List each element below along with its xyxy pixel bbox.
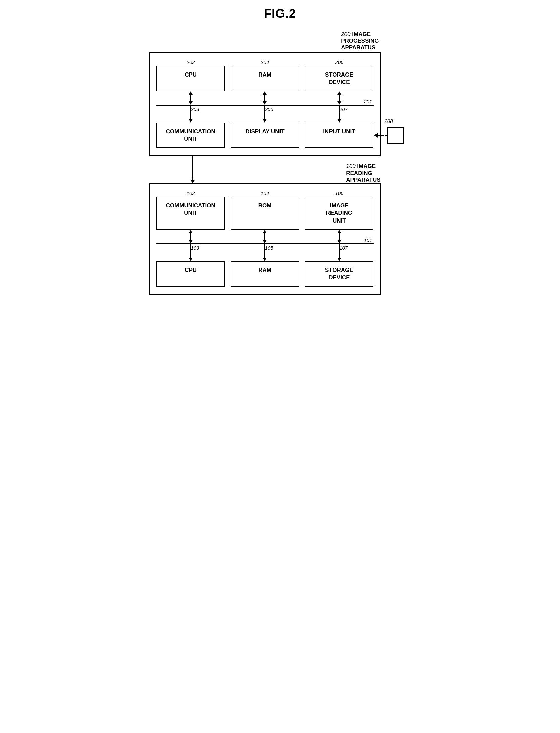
arrow-up-2 xyxy=(337,91,341,95)
ipa-label2: APPARATUS xyxy=(341,44,379,51)
arrow-up-0 xyxy=(189,91,193,95)
ira-ram-unit: RAM xyxy=(231,261,299,287)
ira-label: 100 IMAGE READING APPARATUS xyxy=(346,163,380,183)
ira-arrow-down-2 xyxy=(337,240,341,243)
ipa-label: PROCESSING xyxy=(341,38,379,44)
ira-arrow-down-1 xyxy=(263,240,267,243)
ref-104: 104 xyxy=(231,190,299,196)
fig-title: FIG.2 xyxy=(149,7,411,21)
ref-202: 202 xyxy=(156,59,225,65)
ref-103: 103 xyxy=(191,245,199,251)
page: FIG.2 200 IMAGE PROCESSING APPARATUS 202… xyxy=(149,7,411,295)
arrow-down-d1 xyxy=(263,119,267,123)
ira-arrows-up xyxy=(156,230,374,243)
input-unit: INPUT UNIT xyxy=(305,123,373,148)
ira-arrow-down-d0 xyxy=(189,258,193,261)
ira-top-units: COMMUNICATION UNIT ROM IMAGE READING UNI… xyxy=(156,197,374,230)
arrow-col-0 xyxy=(156,91,225,105)
ira-box: 102 104 106 COMMUNICATION UNIT ROM IMAGE… xyxy=(149,183,381,295)
ira-arrow-col-d1: 105 xyxy=(231,244,299,261)
arrow-down-d0 xyxy=(189,119,193,123)
ira-arrow-up-0 xyxy=(189,230,193,233)
ref-204: 204 xyxy=(231,59,299,65)
ira-arrow-col-0 xyxy=(156,230,225,243)
between-arrow xyxy=(149,156,237,183)
ira-top-refs: 102 104 106 xyxy=(156,190,374,196)
arrow-head-left xyxy=(374,133,378,138)
ref-205: 205 xyxy=(265,106,273,112)
arrow-col-1 xyxy=(231,91,299,105)
ipa-bottom-units: COMMUNICATION UNIT DISPLAY UNIT INPUT UN… xyxy=(156,123,374,148)
ira-arrow-col-d2: 107 xyxy=(305,244,373,261)
ira-bottom-units: CPU RAM STORAGE DEVICE xyxy=(156,261,374,287)
ira-arrow-down-0 xyxy=(189,240,193,243)
ipa-top-units: CPU RAM STORAGE DEVICE xyxy=(156,66,374,91)
arrow-up-1 xyxy=(263,91,267,95)
ipa-arrows-up xyxy=(156,91,374,105)
cpu-unit: CPU xyxy=(156,66,225,91)
arrow-col-2 xyxy=(305,91,373,105)
ira-arrow-up-1 xyxy=(263,230,267,233)
arrow-down-d2 xyxy=(337,119,341,123)
ref-105: 105 xyxy=(265,245,273,251)
ipa-num: 200 IMAGE xyxy=(341,31,379,38)
storage-device-unit: STORAGE DEVICE xyxy=(305,66,373,91)
ref-207: 207 xyxy=(339,106,348,112)
arrow-down-1 xyxy=(263,101,267,105)
ira-arrow-col-d0: 103 xyxy=(156,244,225,261)
arrow-down-0 xyxy=(189,101,193,105)
arrow-down-2 xyxy=(337,101,341,105)
arrow-col-d0: 203 xyxy=(156,106,225,123)
ipa-box: 202 204 206 CPU RAM STORAGE DEVICE xyxy=(149,52,381,156)
ira-arrow-down-d1 xyxy=(263,258,267,261)
ira-img-read-unit: IMAGE READING UNIT xyxy=(305,197,373,230)
ira-arrows-down: 103 105 107 xyxy=(156,244,374,261)
ref-206: 206 xyxy=(305,59,373,65)
ira-cpu-unit: CPU xyxy=(156,261,225,287)
external-device-connector: 208 xyxy=(374,127,404,144)
ref-106: 106 xyxy=(305,190,373,196)
ira-bus-ref: 101 xyxy=(364,237,372,243)
ira-arrow-down-d2 xyxy=(337,258,341,261)
display-unit: DISPLAY UNIT xyxy=(231,123,299,148)
comm-unit: COMMUNICATION UNIT xyxy=(156,123,225,148)
diagram: 200 IMAGE PROCESSING APPARATUS 202 204 2… xyxy=(149,31,411,295)
between-arrow-container: 100 IMAGE READING APPARATUS xyxy=(149,156,411,183)
ram-unit: RAM xyxy=(231,66,299,91)
ref-203: 203 xyxy=(191,106,199,112)
ref-102: 102 xyxy=(156,190,225,196)
ipa-top-refs: 202 204 206 xyxy=(156,59,374,65)
ira-arrow-col-1 xyxy=(231,230,299,243)
ipa-bottom-units-container: COMMUNICATION UNIT DISPLAY UNIT INPUT UN… xyxy=(156,123,374,148)
ext-device-ref: 208 xyxy=(385,118,393,124)
arrow-down-between xyxy=(190,180,195,183)
ipa-bus-ref: 201 xyxy=(364,99,372,104)
ext-device-box: 208 xyxy=(387,127,404,144)
ira-rom-unit: ROM xyxy=(231,197,299,230)
ira-arrow-col-2 xyxy=(305,230,373,243)
arrow-col-d2: 207 xyxy=(305,106,373,123)
dashed-connector xyxy=(378,135,387,136)
ipa-arrows-down: 203 205 207 xyxy=(156,106,374,123)
ref-107: 107 xyxy=(339,245,348,251)
ira-arrow-up-2 xyxy=(337,230,341,233)
ira-comm-unit: COMMUNICATION UNIT xyxy=(156,197,225,230)
arrow-col-d1: 205 xyxy=(231,106,299,123)
ira-storage-unit: STORAGE DEVICE xyxy=(305,261,373,287)
